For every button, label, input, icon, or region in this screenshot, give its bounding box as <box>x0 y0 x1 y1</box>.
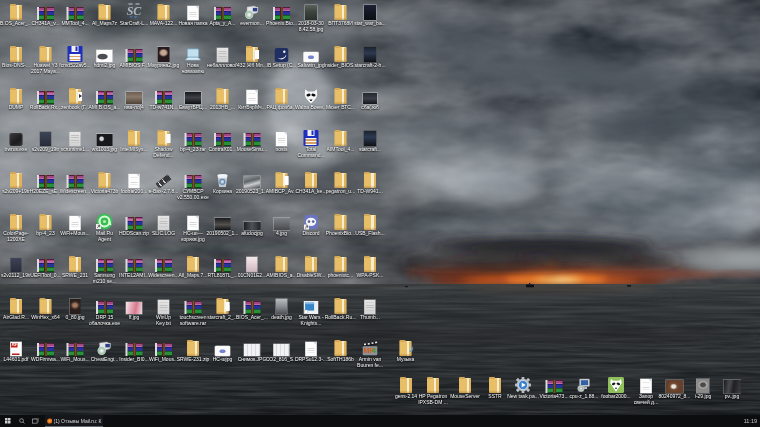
svg-text:4: 4 <box>372 347 376 354</box>
svg-text:SC: SC <box>127 4 143 18</box>
